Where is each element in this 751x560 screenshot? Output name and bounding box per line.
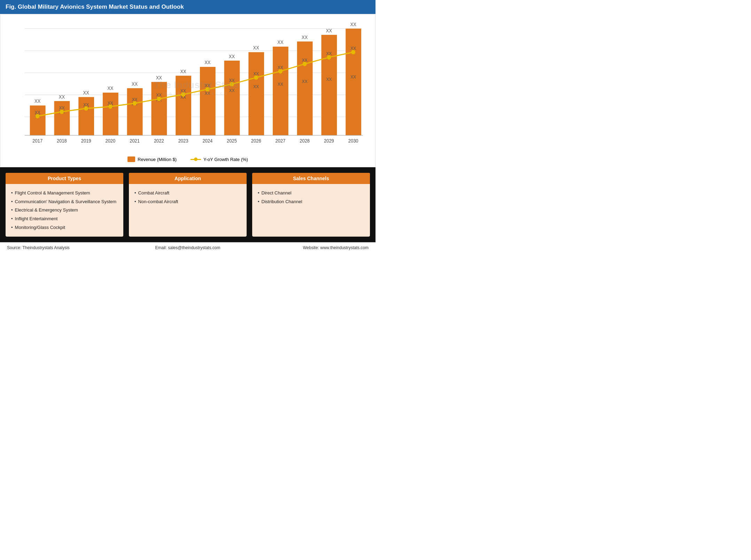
svg-text:2020: 2020 — [105, 138, 115, 144]
svg-text:XX: XX — [205, 91, 210, 96]
svg-text:2026: 2026 — [251, 138, 261, 144]
svg-text:2027: 2027 — [276, 138, 286, 144]
sales-channels-card: Sales Channels Direct Channel Distributi… — [252, 173, 370, 237]
svg-text:2028: 2028 — [300, 138, 310, 144]
title-text: Fig. Global Military Avionics System Mar… — [6, 3, 184, 10]
bar-2023 — [176, 76, 191, 135]
sales-channels-body: Direct Channel Distribution Channel — [252, 184, 370, 211]
svg-text:XX: XX — [253, 84, 259, 89]
svg-text:2021: 2021 — [130, 138, 140, 144]
svg-text:XX: XX — [107, 86, 113, 91]
footer-email: Email: sales@theindustrystats.com — [127, 245, 248, 250]
chart-legend: Revenue (Million $) Y-oY Growth Rate (%) — [11, 156, 365, 162]
svg-text:XX: XX — [132, 97, 138, 102]
legend-growth-label: Y-oY Growth Rate (%) — [203, 157, 248, 162]
product-types-title: Product Types — [48, 176, 81, 181]
svg-text:XX: XX — [326, 77, 332, 82]
bottom-section: Product Types Flight Control & Managemen… — [0, 167, 376, 242]
svg-text:XX: XX — [350, 22, 356, 27]
legend-growth-line — [191, 159, 201, 160]
bar-line-chart: XX XX XX XX XX XX XX XX XX XX XX XX XX — [11, 21, 365, 154]
svg-text:2024: 2024 — [202, 138, 212, 144]
svg-text:XX: XX — [35, 110, 40, 115]
svg-text:XX: XX — [326, 51, 332, 56]
list-item: Monitoring/Glass Cockpit — [11, 223, 118, 232]
svg-text:XX: XX — [350, 46, 356, 51]
list-item: Non-combat Aircraft — [134, 198, 241, 206]
svg-text:2025: 2025 — [227, 138, 237, 144]
sales-channels-title: Sales Channels — [293, 176, 329, 181]
svg-text:XX: XX — [278, 65, 283, 70]
list-item: Combat Aircraft — [134, 189, 241, 198]
svg-text:XX: XX — [34, 99, 40, 104]
bar-2028 — [297, 41, 313, 135]
svg-text:XX: XX — [253, 45, 259, 51]
svg-text:XX: XX — [108, 100, 113, 105]
svg-text:XX: XX — [180, 69, 186, 74]
bar-2020 — [103, 93, 118, 135]
sales-channels-list: Direct Channel Distribution Channel — [258, 189, 364, 206]
svg-text:XX: XX — [156, 75, 162, 80]
legend-growth: Y-oY Growth Rate (%) — [191, 156, 248, 162]
bar-2021 — [127, 88, 143, 135]
svg-text:XX: XX — [350, 74, 356, 79]
product-types-body: Flight Control & Management System Commu… — [6, 184, 123, 237]
application-card: Application Combat Aircraft Non-combat A… — [129, 173, 247, 237]
sales-channels-header: Sales Channels — [252, 173, 370, 184]
svg-text:XX: XX — [156, 93, 162, 98]
legend-revenue-box — [127, 156, 135, 162]
svg-text:XX: XX — [180, 88, 186, 93]
svg-text:XX: XX — [229, 88, 235, 93]
svg-text:2029: 2029 — [324, 138, 334, 144]
svg-text:XX: XX — [229, 54, 235, 59]
svg-text:XX: XX — [277, 40, 283, 45]
svg-text:XX: XX — [83, 90, 89, 95]
svg-text:2018: 2018 — [57, 138, 67, 144]
svg-text:2023: 2023 — [178, 138, 188, 144]
svg-text:XX: XX — [253, 71, 259, 76]
list-item: Electrical & Emergency System — [11, 206, 118, 215]
svg-text:XX: XX — [59, 106, 64, 110]
svg-text:2022: 2022 — [154, 138, 164, 144]
bar-2030 — [346, 29, 361, 135]
list-item: Communication' Navigation & Surveillance… — [11, 198, 118, 206]
list-item: Direct Channel — [258, 189, 364, 198]
svg-text:XX: XX — [205, 83, 210, 88]
svg-text:XX: XX — [302, 34, 308, 40]
chart-title: Fig. Global Military Avionics System Mar… — [0, 0, 376, 14]
svg-text:2017: 2017 — [32, 138, 42, 144]
application-title: Application — [175, 176, 201, 181]
product-types-card: Product Types Flight Control & Managemen… — [6, 173, 123, 237]
product-types-list: Flight Control & Management System Commu… — [11, 189, 118, 232]
svg-text:XX: XX — [132, 81, 138, 86]
application-list: Combat Aircraft Non-combat Aircraft — [134, 189, 241, 206]
footer-website: Website: www.theindustrystats.com — [248, 245, 369, 250]
bar-2024 — [200, 67, 216, 135]
chart-container: The Industry Stats market research XX XX… — [0, 14, 376, 167]
footer: Source: Theindustrystats Analysis Email:… — [0, 242, 376, 253]
list-item: Flight Control & Management System — [11, 189, 118, 198]
svg-text:XX: XX — [83, 102, 89, 107]
list-item: Distribution Channel — [258, 198, 364, 206]
svg-text:XX: XX — [326, 28, 332, 33]
bar-2026 — [248, 52, 264, 136]
footer-source: Source: Theindustrystats Analysis — [7, 245, 127, 250]
legend-revenue: Revenue (Million $) — [127, 156, 177, 162]
bar-2022 — [151, 82, 167, 135]
list-item: Inflight Entertainment — [11, 215, 118, 223]
chart-area: The Industry Stats market research XX XX… — [11, 21, 365, 154]
svg-text:XX: XX — [229, 78, 235, 83]
bar-2025 — [224, 61, 240, 135]
svg-text:XX: XX — [59, 94, 65, 99]
svg-text:XX: XX — [302, 79, 308, 84]
svg-text:XX: XX — [204, 60, 210, 65]
product-types-header: Product Types — [6, 173, 123, 184]
svg-text:XX: XX — [302, 58, 308, 63]
legend-revenue-label: Revenue (Million $) — [138, 157, 177, 162]
svg-text:2019: 2019 — [81, 138, 91, 144]
bar-2027 — [273, 47, 288, 135]
application-body: Combat Aircraft Non-combat Aircraft — [129, 184, 247, 211]
bar-2029 — [321, 35, 337, 135]
application-header: Application — [129, 173, 247, 184]
svg-text:XX: XX — [278, 82, 283, 86]
